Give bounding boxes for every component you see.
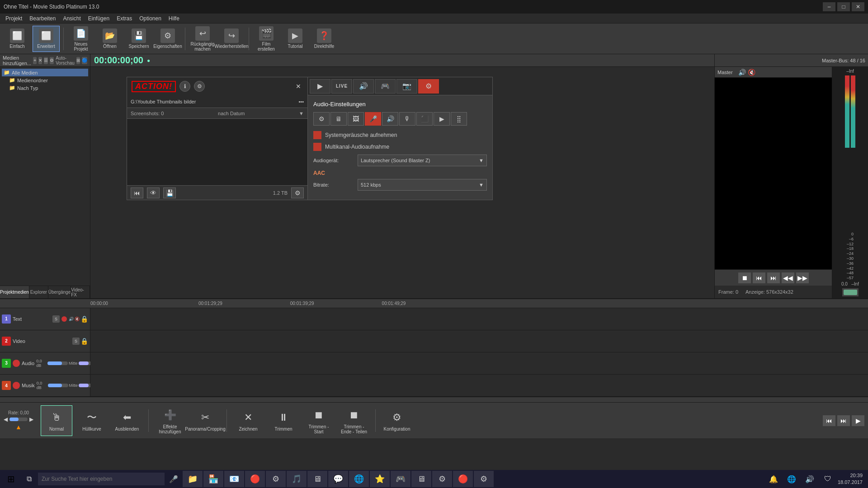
track-4-rec[interactable] — [13, 382, 20, 389]
audio-sub-play[interactable]: ▶ — [434, 112, 450, 126]
taskbar-app-music[interactable]: 🎵 — [287, 471, 307, 487]
tl-nav-play[interactable]: ▶ — [852, 415, 864, 426]
audio-sub-headset[interactable]: 🎙 — [399, 112, 415, 126]
bottom-huellkurve-button[interactable]: 〜 Hüllkurve — [76, 405, 108, 436]
audio-sub-settings[interactable]: ⚙ — [313, 112, 330, 126]
action-tab-settings[interactable]: ⚙ — [418, 79, 439, 94]
action-settings-button[interactable]: ⚙ — [194, 81, 205, 92]
tree-medienordner[interactable]: 📁 Medienordner — [2, 76, 88, 84]
prev-slow-back-button[interactable]: ◀◀ — [782, 272, 794, 283]
bottom-konfiguration-button[interactable]: ⚙ Konfiguration — [381, 405, 413, 436]
action-tab-live[interactable]: LIVE — [331, 79, 352, 94]
grid-view-button[interactable]: ⊞ — [76, 57, 80, 64]
taskbar-app-red[interactable]: 🔴 — [245, 471, 265, 487]
audio-sub-speaker[interactable]: 🔊 — [382, 112, 398, 126]
action-tab-audio[interactable]: 🔊 — [353, 79, 374, 94]
menu-hilfe[interactable]: Hilfe — [165, 14, 183, 23]
taskbar-app-settings2[interactable]: ⚙ — [432, 471, 452, 487]
tl-nav-end[interactable]: ⏭ — [837, 415, 850, 426]
vu-fader[interactable] — [842, 288, 859, 296]
action-tab-gamepad[interactable]: 🎮 — [375, 79, 396, 94]
search-voice-button[interactable]: 🎤 — [165, 471, 182, 487]
audio-sub-mic[interactable]: 🎤 — [365, 112, 381, 126]
media-close-button[interactable]: ✕ — [38, 57, 42, 64]
bottom-trimmen-ende-button[interactable]: ⏹ Trimmen - Ende - Teilen — [338, 405, 370, 436]
action-tab-camera[interactable]: 📷 — [396, 79, 417, 94]
close-button[interactable]: ✕ — [852, 2, 864, 11]
bottom-ausblenden-button[interactable]: ⬅ Ausblenden — [111, 405, 143, 436]
bottom-zeichnen-button[interactable]: ✕ Zeichnen — [232, 405, 264, 436]
task-view-button[interactable]: ⧉ — [21, 471, 37, 487]
tab-uebergaenge[interactable]: Übergänge — [48, 286, 71, 298]
taskbar-notification[interactable]: 🔔 — [765, 471, 782, 487]
multi-channel-toggle[interactable] — [313, 143, 321, 151]
track-4-slider[interactable] — [48, 384, 68, 387]
toolbar-rueckgaengig[interactable]: ↩ Rückgängig machen — [189, 26, 216, 52]
taskbar-network[interactable]: 🌐 — [783, 471, 800, 487]
start-button[interactable]: ⊞ — [2, 471, 20, 487]
taskbar-file-explorer[interactable]: 📁 — [183, 471, 203, 487]
taskbar-app-browser[interactable]: 🌐 — [349, 471, 369, 487]
media-add-button[interactable]: + — [33, 57, 37, 64]
tree-alle-medien[interactable]: 📁 Alle Medien — [2, 69, 88, 76]
action-back-button[interactable]: ⏮ — [131, 188, 143, 198]
toolbar-tutorial[interactable]: ▶ Tutorial — [282, 26, 309, 52]
menu-extras[interactable]: Extras — [113, 14, 136, 23]
rate-left-arrow[interactable]: ◀ — [4, 416, 8, 422]
audio-sub-box[interactable]: ⬛ — [416, 112, 433, 126]
toolbar-oeffnen[interactable]: 📂 Öffnen — [96, 26, 123, 52]
timeline-scrollbar[interactable] — [0, 397, 868, 402]
taskbar-app-gear[interactable]: ⚙ — [266, 471, 286, 487]
action-close-button[interactable]: ✕ — [294, 82, 303, 91]
action-tab-play[interactable]: ▶ — [310, 79, 330, 94]
track-3-slider[interactable] — [47, 361, 68, 365]
toolbar-direkthilfe[interactable]: ❓ Direkthilfe — [311, 26, 338, 52]
menu-bearbeiten[interactable]: Bearbeiten — [26, 14, 59, 23]
prev-rew-button[interactable]: ⏮ — [753, 272, 765, 283]
toolbar-einfach[interactable]: ⬜ Einfach — [4, 26, 31, 52]
taskbar-app-monitor[interactable]: 🖥 — [411, 471, 431, 487]
taskbar-app-screen[interactable]: 🖥 — [307, 471, 327, 487]
toolbar-film-erstellen[interactable]: 🎬 Film erstellen — [253, 26, 280, 52]
toolbar-erweitert[interactable]: ⬜ Erweitert — [33, 26, 60, 52]
action-eye-button[interactable]: 👁 — [147, 188, 160, 198]
taskbar-mail[interactable]: 📧 — [224, 471, 244, 487]
taskbar-volume[interactable]: 🔊 — [802, 471, 818, 487]
prev-ff-button[interactable]: ⏭ — [767, 272, 780, 283]
track-2-solo[interactable]: S — [72, 338, 80, 345]
bottom-trimmen-start-button[interactable]: ⏹ Trimmen - Start — [303, 405, 335, 436]
prev-slow-fwd-button[interactable]: ▶▶ — [796, 272, 809, 283]
tab-video-fx[interactable]: Video-FX — [71, 286, 90, 298]
audio-sub-picture[interactable]: 🖼 — [348, 112, 364, 126]
sort-dropdown-icon[interactable]: ▼ — [299, 111, 304, 116]
toolbar-eigenschaften[interactable]: ⚙ Eigenschaften — [154, 26, 181, 52]
bottom-panorama-button[interactable]: ✂ Panorama/Cropping — [189, 405, 221, 436]
media-refresh-button[interactable]: 🔵 — [82, 57, 87, 64]
action-footer-extra[interactable]: ⚙ — [291, 188, 304, 198]
taskbar-app-config[interactable]: ⚙ — [474, 471, 494, 487]
bottom-effekte-button[interactable]: ➕ Effekte hinzufügen — [154, 405, 186, 436]
bitrate-select[interactable]: 512 kbps ▼ — [358, 179, 487, 191]
menu-einfuegen[interactable]: Einfügen — [85, 14, 113, 23]
audio-sub-display[interactable]: 🖥 — [330, 112, 347, 126]
taskbar-app-red2[interactable]: 🔴 — [453, 471, 473, 487]
tab-explorer[interactable]: Explorer — [29, 286, 48, 298]
maximize-button[interactable]: □ — [837, 2, 850, 11]
action-path-dots[interactable]: ••• — [298, 99, 304, 104]
search-input[interactable] — [38, 473, 165, 485]
audio-sub-grid[interactable]: ⣿ — [451, 112, 467, 126]
taskbar-app-game[interactable]: 🎮 — [391, 471, 410, 487]
tl-nav-start[interactable]: ⏮ — [823, 415, 835, 426]
action-info-button[interactable]: ℹ — [179, 81, 190, 92]
track-3-rec[interactable] — [13, 360, 20, 367]
menu-projekt[interactable]: Projekt — [2, 14, 26, 23]
taskbar-app-chat[interactable]: 💬 — [328, 471, 348, 487]
action-save-button[interactable]: 💾 — [163, 188, 176, 198]
rate-slider[interactable] — [9, 418, 28, 421]
taskbar-store[interactable]: 🏪 — [203, 471, 223, 487]
taskbar-app-star[interactable]: ⭐ — [370, 471, 390, 487]
toolbar-neues-projekt[interactable]: 📄 Neues Projekt — [67, 26, 94, 52]
toolbar-speichern[interactable]: 💾 Speichern — [125, 26, 152, 52]
bottom-trimmen-button[interactable]: ⏸ Trimmen — [268, 405, 299, 436]
media-options-button[interactable]: ☰ — [44, 57, 48, 64]
